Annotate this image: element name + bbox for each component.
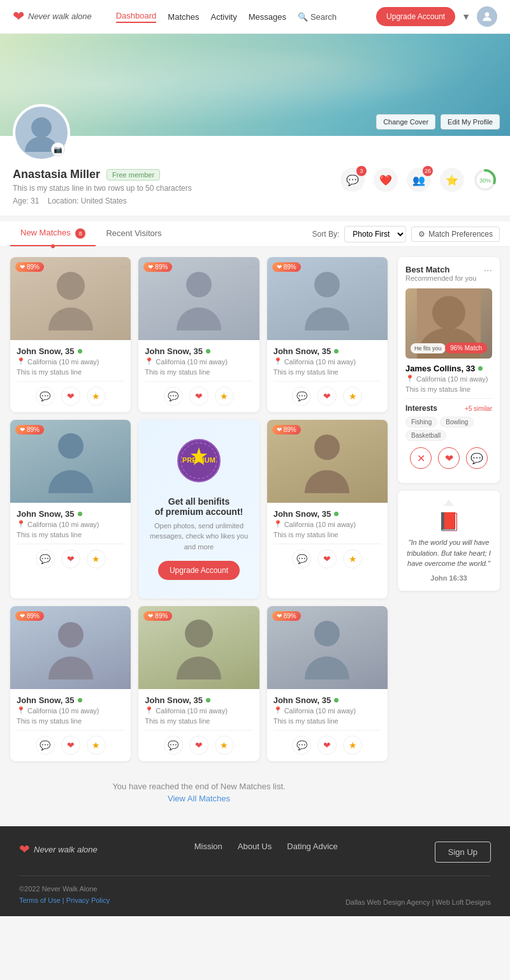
card-more-icon[interactable]: ··· bbox=[248, 261, 256, 271]
profile-progress[interactable]: 30% bbox=[473, 168, 497, 192]
svg-point-18 bbox=[432, 296, 465, 329]
favorite-button[interactable]: ★ bbox=[87, 387, 106, 406]
card-more-icon[interactable]: ··· bbox=[376, 610, 384, 620]
like-button[interactable]: ❤ bbox=[317, 387, 337, 406]
card-more-icon[interactable]: ··· bbox=[120, 261, 127, 271]
edit-profile-button[interactable]: Edit My Profile bbox=[441, 114, 500, 130]
messages-icon-btn[interactable]: 💬 3 bbox=[340, 168, 365, 192]
footer-signup-button[interactable]: Sign Up bbox=[435, 842, 491, 863]
best-match-card: Best Match Recommended for you ··· He fi… bbox=[398, 257, 500, 483]
like-button[interactable]: ❤ bbox=[317, 549, 337, 568]
upgrade-account-button[interactable]: Upgrade Account bbox=[158, 561, 240, 580]
message-button[interactable]: 💬 bbox=[292, 736, 311, 755]
interest-tag[interactable]: Fishing bbox=[405, 417, 437, 427]
online-status-indicator bbox=[334, 698, 339, 702]
match-card: ❤ 89% ··· John Snow, 35 📍 California (10… bbox=[267, 257, 388, 412]
bible-book-icon: 📕 bbox=[407, 511, 491, 532]
card-name: John Snow, 35 bbox=[17, 695, 75, 705]
nav-dashboard[interactable]: Dashboard bbox=[116, 11, 157, 23]
tab-recent-visitors[interactable]: Recent Visitors bbox=[96, 222, 171, 246]
match-percentage-badge: ❤ 89% bbox=[15, 262, 44, 272]
card-more-icon[interactable]: ··· bbox=[120, 610, 127, 620]
card-more-icon[interactable]: ··· bbox=[120, 424, 127, 434]
nav-messages[interactable]: Messages bbox=[249, 12, 286, 22]
favorite-button[interactable]: ★ bbox=[343, 387, 362, 406]
logo[interactable]: ❤ Never walk alone bbox=[13, 8, 92, 25]
connections-icon-btn[interactable]: 👥 26 bbox=[407, 168, 431, 192]
favorite-button[interactable]: ★ bbox=[87, 549, 106, 568]
card-status: This is my status line bbox=[17, 531, 124, 538]
svg-point-0 bbox=[485, 12, 490, 17]
like-button[interactable]: ❤ bbox=[189, 387, 208, 406]
footer-about-link[interactable]: About Us bbox=[238, 842, 272, 851]
interest-tag[interactable]: Basketball bbox=[405, 430, 446, 441]
favorite-button[interactable]: ★ bbox=[87, 736, 106, 755]
favorites-icon-btn[interactable]: ⭐ bbox=[440, 168, 464, 192]
search-icon: 🔍 bbox=[298, 12, 308, 22]
match-card: ❤ 89% ··· John Snow, 35 📍 California (10… bbox=[138, 257, 259, 412]
sort-select[interactable]: Photo First Recent Distance bbox=[344, 226, 406, 242]
card-name-row: John Snow, 35 bbox=[273, 509, 381, 519]
interests-header: Interests +5 similar bbox=[405, 404, 492, 413]
favorite-button[interactable]: ★ bbox=[215, 736, 234, 755]
best-match-title: Best Match Recommended for you bbox=[405, 265, 476, 287]
footer-logo-heart-icon: ❤ bbox=[19, 842, 30, 857]
like-button[interactable]: ❤ bbox=[61, 549, 80, 568]
view-all-matches-link[interactable]: View All Matches bbox=[23, 794, 375, 803]
match-card: ❤ 89% ··· John Snow, 35 📍 California (10… bbox=[138, 606, 259, 761]
match-percentage-badge: ❤ 89% bbox=[272, 611, 301, 621]
match-preferences-button[interactable]: ⚙ Match Preferences bbox=[411, 226, 500, 242]
footer-credit[interactable]: Dallas Web Design Agency | Web Loft Desi… bbox=[346, 898, 491, 906]
interests-more[interactable]: +5 similar bbox=[465, 405, 492, 412]
message-button[interactable]: 💬 bbox=[466, 447, 488, 469]
favorite-button[interactable]: ★ bbox=[343, 549, 362, 568]
message-button[interactable]: 💬 bbox=[36, 387, 55, 406]
like-button[interactable]: ❤ bbox=[61, 736, 80, 755]
footer-logo: ❤ Never walk alone bbox=[19, 842, 98, 857]
card-more-icon[interactable]: ··· bbox=[376, 424, 384, 434]
likes-icon-btn[interactable]: ❤️ bbox=[374, 168, 398, 192]
svg-point-5 bbox=[57, 272, 85, 300]
match-percentage-badge: ❤ 89% bbox=[272, 262, 301, 272]
like-button[interactable]: ❤ bbox=[189, 736, 208, 755]
user-avatar[interactable] bbox=[477, 6, 497, 27]
best-match-more-icon[interactable]: ··· bbox=[484, 265, 492, 276]
card-status: This is my status line bbox=[273, 717, 381, 725]
like-button[interactable]: ❤ bbox=[317, 736, 337, 755]
tab-new-matches[interactable]: New Matches 8 bbox=[10, 221, 96, 246]
nav-activity[interactable]: Activity bbox=[210, 12, 237, 22]
cover-section: Change Cover Edit My Profile bbox=[0, 34, 510, 136]
premium-card: PREMIUM Get all benifitsof premium accou… bbox=[138, 420, 259, 598]
upgrade-button[interactable]: Upgrade Account bbox=[376, 7, 455, 26]
like-button[interactable]: ❤ bbox=[438, 447, 460, 469]
message-button[interactable]: 💬 bbox=[164, 387, 183, 406]
reject-button[interactable]: ✕ bbox=[410, 447, 432, 469]
card-more-icon[interactable]: ··· bbox=[248, 610, 256, 620]
like-button[interactable]: ❤ bbox=[61, 387, 80, 406]
nav-matches[interactable]: Matches bbox=[168, 12, 199, 22]
card-more-icon[interactable]: ··· bbox=[376, 261, 384, 271]
profile-icons: 💬 3 ❤️ 👥 26 ⭐ 30% bbox=[340, 168, 497, 192]
change-cover-button[interactable]: Change Cover bbox=[376, 114, 435, 130]
location-pin-icon: 📍 bbox=[17, 357, 26, 366]
footer-nav: Mission About Us Dating Advice bbox=[194, 842, 338, 851]
message-button[interactable]: 💬 bbox=[292, 387, 311, 406]
footer-mission-link[interactable]: Mission bbox=[194, 842, 222, 851]
favorite-button[interactable]: ★ bbox=[215, 387, 234, 406]
best-match-percentage-badge: 96% Match bbox=[445, 343, 487, 353]
message-button[interactable]: 💬 bbox=[164, 736, 183, 755]
message-button[interactable]: 💬 bbox=[292, 549, 311, 568]
message-button[interactable]: 💬 bbox=[36, 549, 55, 568]
camera-icon[interactable]: 📷 bbox=[51, 142, 65, 156]
message-button[interactable]: 💬 bbox=[36, 736, 55, 755]
logo-text: Never walk alone bbox=[28, 11, 92, 22]
dropdown-arrow-icon[interactable]: ▼ bbox=[462, 11, 470, 22]
interest-tag[interactable]: Bowling bbox=[440, 417, 474, 427]
card-status: This is my status line bbox=[17, 717, 124, 725]
footer-dating-advice-link[interactable]: Dating Advice bbox=[287, 842, 338, 851]
footer-logo-text: Never walk alone bbox=[34, 845, 98, 854]
favorite-button[interactable]: ★ bbox=[343, 736, 362, 755]
match-card: ❤ 89% ··· John Snow, 35 📍 California (10… bbox=[10, 606, 131, 761]
nav-search[interactable]: 🔍 Search bbox=[298, 12, 337, 22]
matches-row-1: ❤ 89% ··· John Snow, 35 📍 California (10… bbox=[10, 257, 388, 412]
